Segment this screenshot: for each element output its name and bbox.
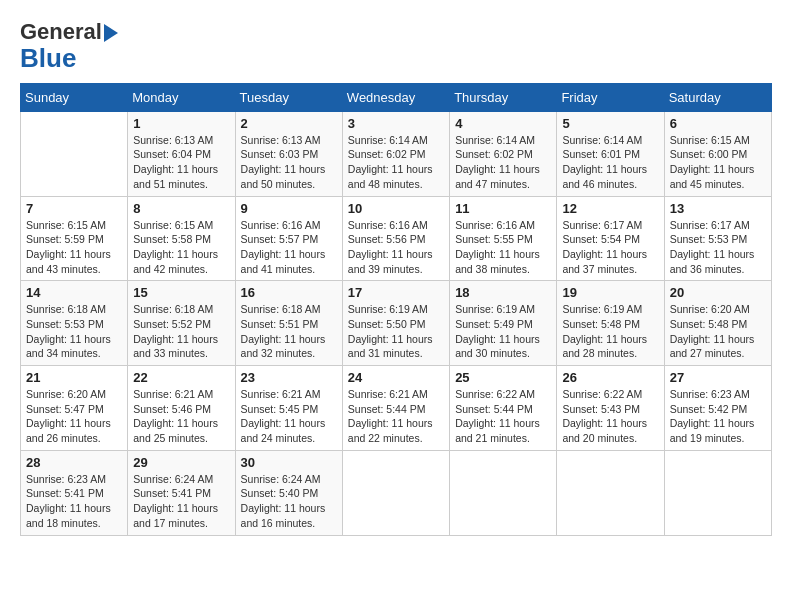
day-info: Sunrise: 6:23 AM Sunset: 5:42 PM Dayligh…: [670, 387, 766, 446]
day-info: Sunrise: 6:15 AM Sunset: 6:00 PM Dayligh…: [670, 133, 766, 192]
weekday-header: Thursday: [450, 83, 557, 111]
day-info: Sunrise: 6:21 AM Sunset: 5:44 PM Dayligh…: [348, 387, 444, 446]
day-number: 21: [26, 370, 122, 385]
calendar-cell: 13Sunrise: 6:17 AM Sunset: 5:53 PM Dayli…: [664, 196, 771, 281]
day-info: Sunrise: 6:22 AM Sunset: 5:43 PM Dayligh…: [562, 387, 658, 446]
day-info: Sunrise: 6:16 AM Sunset: 5:55 PM Dayligh…: [455, 218, 551, 277]
day-number: 19: [562, 285, 658, 300]
day-number: 30: [241, 455, 337, 470]
calendar-cell: 6Sunrise: 6:15 AM Sunset: 6:00 PM Daylig…: [664, 111, 771, 196]
calendar-cell: 2Sunrise: 6:13 AM Sunset: 6:03 PM Daylig…: [235, 111, 342, 196]
day-number: 23: [241, 370, 337, 385]
day-info: Sunrise: 6:24 AM Sunset: 5:40 PM Dayligh…: [241, 472, 337, 531]
day-info: Sunrise: 6:17 AM Sunset: 5:54 PM Dayligh…: [562, 218, 658, 277]
day-number: 16: [241, 285, 337, 300]
day-info: Sunrise: 6:16 AM Sunset: 5:57 PM Dayligh…: [241, 218, 337, 277]
calendar-cell: [21, 111, 128, 196]
day-number: 10: [348, 201, 444, 216]
day-number: 15: [133, 285, 229, 300]
weekday-header: Wednesday: [342, 83, 449, 111]
calendar-cell: 8Sunrise: 6:15 AM Sunset: 5:58 PM Daylig…: [128, 196, 235, 281]
day-info: Sunrise: 6:17 AM Sunset: 5:53 PM Dayligh…: [670, 218, 766, 277]
page-header: General Blue: [20, 20, 772, 73]
day-info: Sunrise: 6:24 AM Sunset: 5:41 PM Dayligh…: [133, 472, 229, 531]
calendar-cell: 30Sunrise: 6:24 AM Sunset: 5:40 PM Dayli…: [235, 450, 342, 535]
day-info: Sunrise: 6:13 AM Sunset: 6:03 PM Dayligh…: [241, 133, 337, 192]
calendar-cell: 16Sunrise: 6:18 AM Sunset: 5:51 PM Dayli…: [235, 281, 342, 366]
day-info: Sunrise: 6:22 AM Sunset: 5:44 PM Dayligh…: [455, 387, 551, 446]
day-info: Sunrise: 6:18 AM Sunset: 5:52 PM Dayligh…: [133, 302, 229, 361]
day-number: 20: [670, 285, 766, 300]
calendar-cell: [450, 450, 557, 535]
calendar-cell: 4Sunrise: 6:14 AM Sunset: 6:02 PM Daylig…: [450, 111, 557, 196]
calendar-cell: [664, 450, 771, 535]
day-info: Sunrise: 6:14 AM Sunset: 6:02 PM Dayligh…: [348, 133, 444, 192]
day-info: Sunrise: 6:18 AM Sunset: 5:51 PM Dayligh…: [241, 302, 337, 361]
calendar-cell: 3Sunrise: 6:14 AM Sunset: 6:02 PM Daylig…: [342, 111, 449, 196]
day-number: 11: [455, 201, 551, 216]
calendar-cell: 17Sunrise: 6:19 AM Sunset: 5:50 PM Dayli…: [342, 281, 449, 366]
day-info: Sunrise: 6:21 AM Sunset: 5:45 PM Dayligh…: [241, 387, 337, 446]
calendar-cell: 28Sunrise: 6:23 AM Sunset: 5:41 PM Dayli…: [21, 450, 128, 535]
logo-general: General: [20, 20, 102, 44]
day-info: Sunrise: 6:20 AM Sunset: 5:48 PM Dayligh…: [670, 302, 766, 361]
day-info: Sunrise: 6:16 AM Sunset: 5:56 PM Dayligh…: [348, 218, 444, 277]
calendar-cell: 20Sunrise: 6:20 AM Sunset: 5:48 PM Dayli…: [664, 281, 771, 366]
weekday-header: Monday: [128, 83, 235, 111]
day-number: 25: [455, 370, 551, 385]
calendar-cell: 15Sunrise: 6:18 AM Sunset: 5:52 PM Dayli…: [128, 281, 235, 366]
calendar-cell: 24Sunrise: 6:21 AM Sunset: 5:44 PM Dayli…: [342, 366, 449, 451]
day-number: 17: [348, 285, 444, 300]
calendar-cell: [342, 450, 449, 535]
calendar-cell: 23Sunrise: 6:21 AM Sunset: 5:45 PM Dayli…: [235, 366, 342, 451]
day-number: 9: [241, 201, 337, 216]
day-number: 27: [670, 370, 766, 385]
calendar-cell: 12Sunrise: 6:17 AM Sunset: 5:54 PM Dayli…: [557, 196, 664, 281]
calendar-cell: 25Sunrise: 6:22 AM Sunset: 5:44 PM Dayli…: [450, 366, 557, 451]
day-number: 29: [133, 455, 229, 470]
calendar-cell: 9Sunrise: 6:16 AM Sunset: 5:57 PM Daylig…: [235, 196, 342, 281]
calendar-cell: 19Sunrise: 6:19 AM Sunset: 5:48 PM Dayli…: [557, 281, 664, 366]
day-info: Sunrise: 6:19 AM Sunset: 5:50 PM Dayligh…: [348, 302, 444, 361]
day-info: Sunrise: 6:13 AM Sunset: 6:04 PM Dayligh…: [133, 133, 229, 192]
day-number: 5: [562, 116, 658, 131]
weekday-header: Friday: [557, 83, 664, 111]
calendar-cell: 18Sunrise: 6:19 AM Sunset: 5:49 PM Dayli…: [450, 281, 557, 366]
calendar-cell: 11Sunrise: 6:16 AM Sunset: 5:55 PM Dayli…: [450, 196, 557, 281]
day-number: 22: [133, 370, 229, 385]
calendar-cell: 22Sunrise: 6:21 AM Sunset: 5:46 PM Dayli…: [128, 366, 235, 451]
day-info: Sunrise: 6:14 AM Sunset: 6:01 PM Dayligh…: [562, 133, 658, 192]
calendar-cell: 27Sunrise: 6:23 AM Sunset: 5:42 PM Dayli…: [664, 366, 771, 451]
day-number: 28: [26, 455, 122, 470]
day-info: Sunrise: 6:14 AM Sunset: 6:02 PM Dayligh…: [455, 133, 551, 192]
day-number: 4: [455, 116, 551, 131]
day-number: 18: [455, 285, 551, 300]
day-number: 7: [26, 201, 122, 216]
day-number: 8: [133, 201, 229, 216]
day-info: Sunrise: 6:18 AM Sunset: 5:53 PM Dayligh…: [26, 302, 122, 361]
weekday-header: Tuesday: [235, 83, 342, 111]
calendar-cell: 5Sunrise: 6:14 AM Sunset: 6:01 PM Daylig…: [557, 111, 664, 196]
logo-blue: Blue: [20, 44, 76, 73]
calendar-cell: 10Sunrise: 6:16 AM Sunset: 5:56 PM Dayli…: [342, 196, 449, 281]
calendar-cell: 26Sunrise: 6:22 AM Sunset: 5:43 PM Dayli…: [557, 366, 664, 451]
calendar-cell: 29Sunrise: 6:24 AM Sunset: 5:41 PM Dayli…: [128, 450, 235, 535]
day-info: Sunrise: 6:19 AM Sunset: 5:49 PM Dayligh…: [455, 302, 551, 361]
calendar-cell: [557, 450, 664, 535]
day-number: 1: [133, 116, 229, 131]
day-info: Sunrise: 6:15 AM Sunset: 5:58 PM Dayligh…: [133, 218, 229, 277]
calendar-table: SundayMondayTuesdayWednesdayThursdayFrid…: [20, 83, 772, 536]
day-info: Sunrise: 6:21 AM Sunset: 5:46 PM Dayligh…: [133, 387, 229, 446]
weekday-header: Sunday: [21, 83, 128, 111]
calendar-cell: 7Sunrise: 6:15 AM Sunset: 5:59 PM Daylig…: [21, 196, 128, 281]
logo-arrow-icon: [104, 24, 118, 42]
weekday-header: Saturday: [664, 83, 771, 111]
day-info: Sunrise: 6:20 AM Sunset: 5:47 PM Dayligh…: [26, 387, 122, 446]
day-number: 26: [562, 370, 658, 385]
day-info: Sunrise: 6:19 AM Sunset: 5:48 PM Dayligh…: [562, 302, 658, 361]
day-info: Sunrise: 6:15 AM Sunset: 5:59 PM Dayligh…: [26, 218, 122, 277]
logo: General Blue: [20, 20, 118, 73]
calendar-cell: 14Sunrise: 6:18 AM Sunset: 5:53 PM Dayli…: [21, 281, 128, 366]
day-number: 6: [670, 116, 766, 131]
day-number: 2: [241, 116, 337, 131]
